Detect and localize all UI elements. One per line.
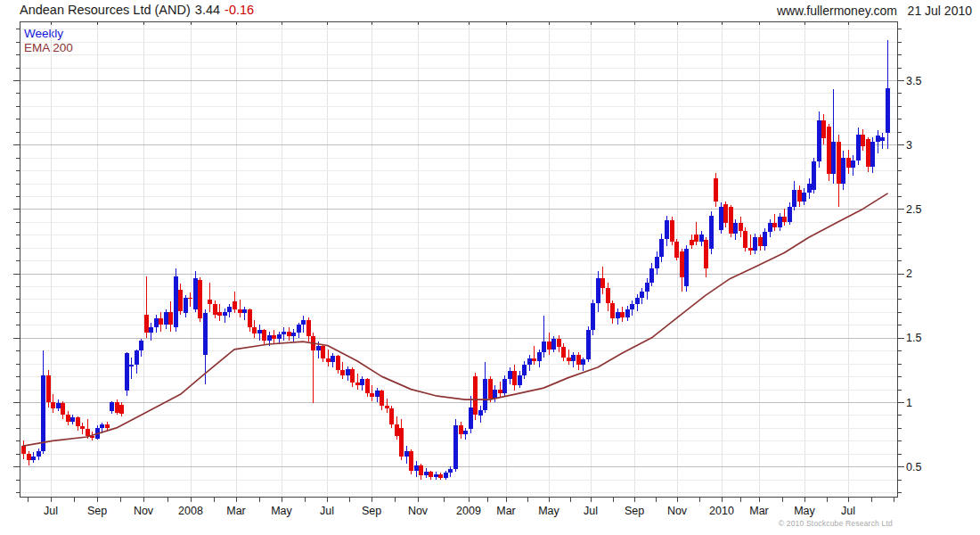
- svg-text:Nov: Nov: [408, 505, 429, 517]
- chart-window: Andean Resources Ltd (AND)3.44-0.16 www.…: [0, 0, 980, 535]
- svg-text:Nov: Nov: [667, 505, 688, 517]
- copyright-notice: © 2010 Stockcube Research Ltd: [779, 519, 893, 528]
- svg-text:1: 1: [906, 397, 912, 409]
- svg-text:Jul: Jul: [841, 505, 855, 517]
- price-chart-canvas: 3.532.521.510.5JulSepNov2008MarMayJulSep…: [0, 0, 980, 535]
- svg-text:Sep: Sep: [362, 505, 381, 517]
- svg-text:Mar: Mar: [226, 505, 246, 517]
- svg-text:Jul: Jul: [320, 505, 334, 517]
- svg-text:Sep: Sep: [625, 505, 644, 517]
- svg-text:Nov: Nov: [134, 505, 154, 517]
- svg-text:Mar: Mar: [749, 505, 769, 517]
- svg-text:May: May: [271, 505, 292, 517]
- svg-text:May: May: [538, 505, 559, 517]
- svg-text:3.5: 3.5: [906, 75, 921, 87]
- svg-text:3: 3: [906, 139, 912, 152]
- svg-text:2010: 2010: [709, 505, 734, 517]
- svg-text:0.5: 0.5: [906, 461, 921, 473]
- svg-text:Mar: Mar: [496, 505, 516, 517]
- svg-text:May: May: [794, 505, 815, 517]
- svg-text:Jul: Jul: [44, 505, 58, 517]
- svg-text:2.5: 2.5: [906, 203, 921, 216]
- svg-text:Sep: Sep: [87, 505, 107, 517]
- svg-text:2008: 2008: [178, 505, 203, 517]
- svg-text:2: 2: [906, 268, 912, 280]
- svg-text:Jul: Jul: [584, 505, 598, 517]
- svg-text:1.5: 1.5: [906, 332, 921, 344]
- svg-text:2009: 2009: [456, 505, 481, 517]
